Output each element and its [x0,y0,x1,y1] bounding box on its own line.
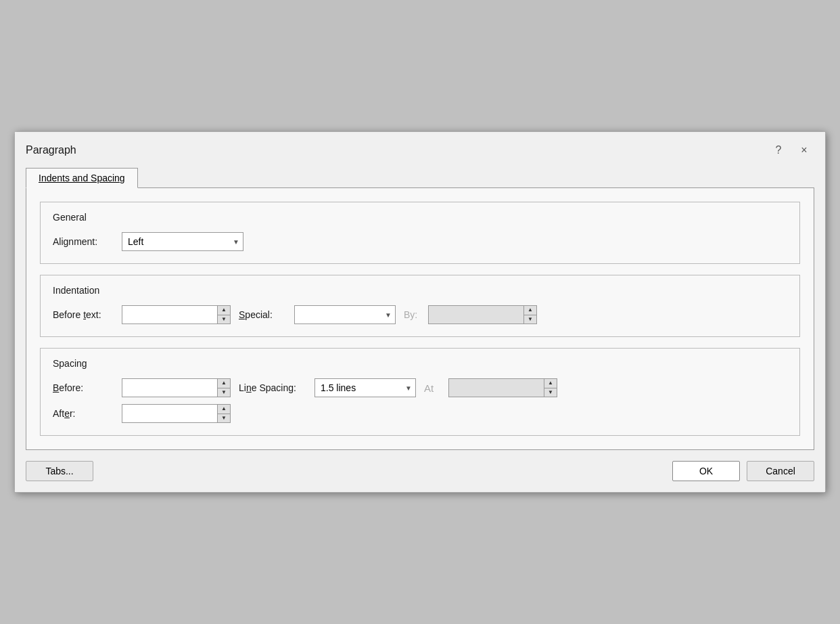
before-row: Before: 0 pt ▲ ▼ Line Spacing: Single 1.… [53,378,787,397]
before-text-spinbox: ▲ ▼ [122,305,231,324]
before-up-btn[interactable]: ▲ [218,379,230,388]
special-select[interactable]: First line Hanging [294,305,396,324]
paragraph-dialog: Paragraph ? × Indents and Spacing Genera… [14,131,826,493]
before-spinbox: 0 pt ▲ ▼ [122,378,231,397]
after-row: After: 18 pt ▲ ▼ [53,404,787,423]
before-text-label: Before text: [53,309,114,320]
at-spinbox: 0 ▲ ▼ [448,378,557,397]
after-label: After: [53,408,114,419]
at-input[interactable]: 0 [449,379,544,397]
general-title: General [53,212,787,223]
at-spin-btns: ▲ ▼ [544,379,557,397]
before-label: Before: [53,382,114,393]
dialog-footer: Tabs... OK Cancel [15,450,825,492]
indentation-title: Indentation [53,285,787,296]
dialog-title: Paragraph [26,144,76,156]
tabs-button[interactable]: Tabs... [26,461,93,481]
help-button[interactable]: ? [768,140,789,160]
spacing-section: Spacing Before: 0 pt ▲ ▼ Line Spacing: [40,348,800,436]
by-spinbox: ▲ ▼ [428,305,537,324]
footer-right: OK Cancel [672,461,814,481]
by-up-btn[interactable]: ▲ [524,306,536,315]
at-down-btn[interactable]: ▼ [544,388,557,397]
by-down-btn[interactable]: ▼ [524,315,536,324]
close-button[interactable]: × [794,140,814,160]
after-spin-btns: ▲ ▼ [217,405,230,422]
before-text-input[interactable] [122,306,217,324]
before-spin-btns: ▲ ▼ [217,379,230,397]
spacing-title: Spacing [53,358,787,369]
indentation-row: Before text: ▲ ▼ Special: First line [53,305,787,324]
title-bar: Paragraph ? × [15,132,825,167]
line-spacing-label: Line Spacing: [239,382,306,393]
alignment-select-wrapper: Left Centered Right Justified ▼ [122,232,243,251]
ok-button[interactable]: OK [672,461,740,481]
alignment-label: Alignment: [53,236,114,247]
before-text-spin-btns: ▲ ▼ [217,306,230,324]
tab-bar: Indents and Spacing [15,167,825,187]
dialog-body: General Alignment: Left Centered Right J… [26,187,814,450]
before-down-btn[interactable]: ▼ [218,388,230,397]
cancel-button[interactable]: Cancel [747,461,814,481]
tab-indents-spacing[interactable]: Indents and Spacing [26,168,138,188]
before-input[interactable]: 0 pt [122,379,217,397]
after-down-btn[interactable]: ▼ [218,414,230,423]
footer-left: Tabs... [26,461,93,481]
line-spacing-select[interactable]: Single 1.5 lines Double At least Exactly… [314,378,416,397]
line-spacing-select-wrapper: Single 1.5 lines Double At least Exactly… [314,378,416,397]
title-bar-controls: ? × [768,140,814,160]
before-text-down-btn[interactable]: ▼ [218,315,230,324]
special-label: Special: [239,309,286,320]
at-up-btn[interactable]: ▲ [544,379,557,388]
alignment-select[interactable]: Left Centered Right Justified [122,232,243,251]
by-label: By: [404,309,420,320]
after-input[interactable]: 18 pt [122,405,217,422]
general-section: General Alignment: Left Centered Right J… [40,202,800,264]
by-input[interactable] [429,306,523,324]
special-select-wrapper: First line Hanging ▼ [294,305,396,324]
indentation-section: Indentation Before text: ▲ ▼ Special: [40,275,800,337]
by-spin-btns: ▲ ▼ [523,306,536,324]
after-spinbox: 18 pt ▲ ▼ [122,404,231,423]
at-label: At [424,382,440,394]
after-up-btn[interactable]: ▲ [218,405,230,414]
before-text-up-btn[interactable]: ▲ [218,306,230,315]
alignment-row: Alignment: Left Centered Right Justified… [53,232,787,251]
